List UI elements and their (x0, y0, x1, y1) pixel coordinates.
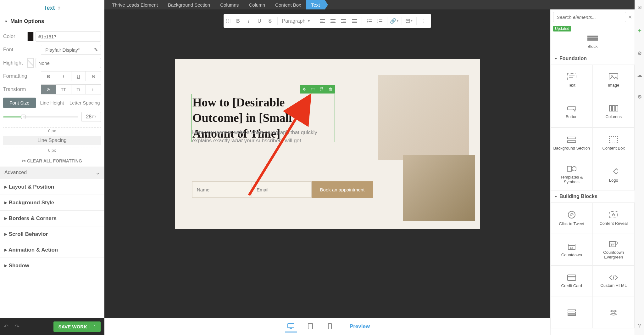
device-tablet-button[interactable] (304, 321, 316, 332)
breadcrumb-columns[interactable]: Columns (215, 0, 244, 9)
move-icon[interactable]: ✥ (300, 85, 308, 94)
breadcrumb-background-section[interactable]: Background Section (163, 0, 215, 9)
elem-credit-card[interactable]: Credit Card (551, 265, 593, 297)
color-swatch[interactable] (27, 32, 34, 41)
breadcrumb-thrive-leads[interactable]: Thrive Leads Element (107, 0, 163, 9)
strike-button[interactable]: S (86, 71, 101, 81)
elem-image[interactable]: Image (593, 65, 635, 96)
transform-cap-button[interactable]: Tt (71, 84, 86, 94)
accordion-background[interactable]: ▸ Background Style (0, 195, 104, 210)
elem-countdown-evergreen[interactable]: 12Countdown Evergreen (593, 234, 635, 265)
transform-none-button[interactable]: ⊘ (41, 84, 56, 94)
name-input[interactable] (192, 181, 252, 198)
elem-countdown[interactable]: 12Countdown (551, 234, 593, 265)
page-preview[interactable]: ✥ ⬚ ⿻ 🗑 How to [Desirable Outcome] in [S… (175, 59, 480, 229)
breadcrumb-content-box[interactable]: Content Box (270, 0, 306, 9)
delete-icon[interactable]: 🗑 (326, 85, 335, 94)
cloud-icon[interactable]: ☁ (637, 72, 642, 78)
breadcrumb-text[interactable]: Text (306, 0, 325, 9)
font-select[interactable]: "Playfair Display" ✎ (41, 45, 101, 55)
add-element-icon[interactable]: ＋ (636, 26, 643, 35)
tb-align-left[interactable] (318, 16, 327, 26)
elem-custom-html[interactable]: Custom HTML (593, 265, 635, 297)
device-desktop-button[interactable] (285, 321, 297, 332)
section-main-options[interactable]: ▼ Main Options (0, 14, 104, 28)
elem-content-reveal[interactable]: Content Reveal (593, 202, 635, 234)
accordion-layout[interactable]: ▸ Layout & Position (0, 179, 104, 195)
gear-icon[interactable]: ⚙ (637, 94, 642, 100)
description-text[interactable]: Here you want to write a short paragraph… (192, 128, 327, 145)
tb-align-center[interactable] (328, 16, 338, 26)
save-dropdown-icon[interactable]: ⌃ (90, 325, 96, 328)
elem-more-2[interactable]: D (593, 297, 635, 328)
tb-align-justify[interactable] (350, 16, 359, 26)
tb-data[interactable]: ▼ (404, 16, 414, 26)
highlight-input[interactable] (36, 58, 101, 68)
elem-bg-section[interactable]: Background Section (551, 128, 593, 159)
color-value-input[interactable] (36, 31, 101, 42)
accordion-borders[interactable]: ▸ Borders & Corners (0, 210, 104, 226)
block-element[interactable]: Block (551, 33, 635, 53)
elem-text[interactable]: Text (551, 65, 593, 96)
tb-link[interactable]: 🔗▼ (390, 16, 399, 26)
elem-more-1[interactable] (551, 297, 593, 328)
duplicate-icon[interactable]: ⿻ (317, 85, 326, 94)
font-size-value[interactable]: 28PX (81, 112, 101, 122)
close-icon[interactable]: ✕ (628, 14, 632, 20)
book-appointment-button[interactable]: Book an appointment (312, 181, 373, 198)
building-blocks-header[interactable]: ▼Building Blocks (551, 190, 635, 202)
tb-more[interactable]: ⋮ (419, 16, 429, 26)
tab-letter-spacing[interactable]: Letter Spacing (68, 98, 101, 108)
email-input[interactable] (252, 181, 312, 198)
pencil-icon[interactable]: ✎ (94, 47, 98, 53)
elem-columns[interactable]: Columns (593, 96, 635, 128)
svg-rect-37 (613, 105, 615, 111)
help-strip-icon[interactable]: ? (638, 323, 641, 329)
tb-bold[interactable]: B (233, 16, 243, 26)
elem-templates[interactable]: Templates & Symbols (551, 159, 593, 190)
search-elements-input[interactable] (553, 12, 626, 22)
elem-content-box[interactable]: Content Box (593, 128, 635, 159)
underline-button[interactable]: U (71, 71, 86, 81)
highlight-swatch[interactable] (27, 58, 34, 68)
svg-point-24 (406, 19, 410, 20)
foundation-header[interactable]: ▼Foundation (551, 53, 635, 65)
accordion-animation[interactable]: ▸ Animation & Action (0, 242, 104, 258)
italic-button[interactable]: I (56, 71, 71, 81)
elem-click-tweet[interactable]: Click to Tweet (551, 202, 593, 234)
tb-ul[interactable] (364, 16, 374, 26)
elem-button[interactable]: Button (551, 96, 593, 128)
accordion-shadow[interactable]: ▸ Shadow (0, 258, 104, 273)
tb-align-right[interactable] (339, 16, 348, 26)
advanced-toggle[interactable]: Advanced ⌄ (0, 167, 104, 179)
bold-button[interactable]: B (41, 71, 56, 81)
undo-button[interactable]: ↶ (4, 323, 8, 330)
font-size-slider[interactable] (3, 116, 78, 117)
accordion-scroll[interactable]: ▸ Scroll Behavior (0, 226, 104, 242)
tb-ol[interactable]: 123 (375, 16, 385, 26)
svg-rect-41 (609, 137, 618, 143)
transform-upper-button[interactable]: TT (56, 84, 71, 94)
save-work-button[interactable]: SAVE WORK ⌃ (53, 321, 101, 332)
redo-button[interactable]: ↷ (15, 323, 19, 330)
tb-paragraph-select[interactable]: Paragraph▼ (280, 18, 313, 24)
tb-underline[interactable]: U (255, 16, 264, 26)
device-mobile-button[interactable] (324, 321, 336, 332)
top-spacing-row: 0 px (3, 128, 101, 134)
tab-font-size[interactable]: Font Size (3, 98, 36, 108)
tb-italic[interactable]: I (244, 16, 253, 26)
settings-icon[interactable]: ⚙ (637, 50, 642, 56)
clear-all-formatting[interactable]: ✂ CLEAR ALL FORMATTING (3, 155, 101, 167)
help-icon[interactable]: ? (58, 6, 61, 11)
slider-handle[interactable] (21, 115, 25, 119)
tb-strike[interactable]: S (265, 16, 275, 26)
tab-line-height[interactable]: Line Height (36, 98, 69, 108)
breadcrumb-column[interactable]: Column (244, 0, 270, 9)
transform-lower-button[interactable]: tt (86, 84, 101, 94)
save-element-icon[interactable]: ⬚ (308, 85, 317, 94)
drag-handle-icon[interactable] (226, 19, 231, 23)
font-label: Font (3, 47, 41, 53)
elem-logo[interactable]: Logo (593, 159, 635, 190)
preview-button[interactable]: Preview (350, 323, 370, 330)
mail-icon[interactable]: ✉ (637, 4, 641, 10)
